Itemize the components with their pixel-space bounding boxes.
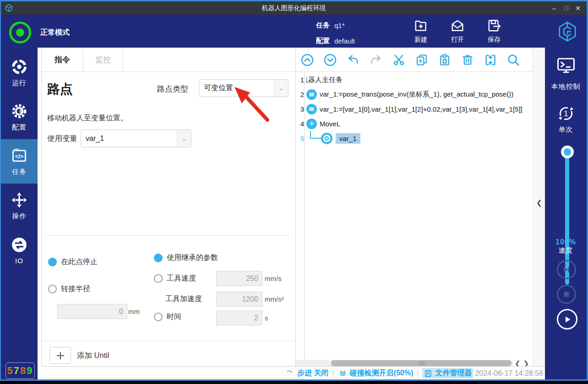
waypoint-description: 移动机器人至变量位置。 <box>47 114 128 123</box>
blend-radius-option[interactable]: 转接半径 <box>48 284 90 294</box>
waypoint-type-select[interactable]: 可变位置 ⌄ <box>199 79 289 97</box>
stop-here-label: 在此点停止 <box>61 257 98 267</box>
radio-on-icon <box>154 254 163 262</box>
disk-icon <box>424 369 433 378</box>
step-forward-button[interactable] <box>557 260 576 279</box>
step-mode-text: 步进 关闭 <box>297 368 328 378</box>
program-line[interactable]: 1 机器人主任务 <box>297 72 343 87</box>
mode-status-icon <box>9 22 31 43</box>
task-label: 任务 <box>316 21 330 30</box>
tool-speed-input[interactable]: 250 <box>216 271 262 286</box>
add-until-button[interactable] <box>49 347 71 364</box>
sidebar-item-task[interactable]: </> 任务 <box>1 139 38 184</box>
save-task-button[interactable]: 保存 <box>479 17 509 44</box>
step-mode-icon <box>286 369 295 378</box>
program-tree: 1 机器人主任务 2 var_1:=pose_trans(pose_inv(坐标… <box>296 72 533 360</box>
line-text: MoveL <box>320 120 340 128</box>
program-line[interactable]: 3 var_1:=[var_1[0],var_1[1],var_1[2]+0.0… <box>297 102 523 116</box>
delete-button[interactable] <box>457 49 478 70</box>
line-text: 机器人主任务 <box>306 76 343 84</box>
tab-instruction[interactable]: 指令 <box>42 48 83 71</box>
maximize-button[interactable] <box>560 1 572 15</box>
status-timestamp: 2024-06-17 14:28:56 <box>475 369 543 378</box>
local-control-button[interactable] <box>556 56 576 75</box>
line-number: 4 <box>297 120 304 128</box>
open-task-button[interactable]: 打开 <box>443 17 472 44</box>
config-label: 配置 <box>316 37 330 45</box>
mode-label: 正常模式 <box>40 28 70 38</box>
blend-radius-input[interactable]: 0 <box>57 304 127 319</box>
play-button[interactable] <box>557 309 577 330</box>
tool-speed-option[interactable]: 工具速度 <box>154 274 196 283</box>
radio-off-icon <box>154 274 163 283</box>
hscroll-thumb[interactable] <box>331 360 512 366</box>
program-line-selected[interactable]: 5 var_1 <box>297 131 360 146</box>
inherit-params-option[interactable]: 使用继承的参数 <box>154 253 218 263</box>
redo-button[interactable] <box>365 49 387 70</box>
tool-speed-label: 工具速度 <box>167 274 196 283</box>
search-button[interactable] <box>503 49 524 70</box>
file-manager-button[interactable]: 文件管理器 <box>422 368 473 379</box>
local-control-label: 本地控制 <box>545 82 587 91</box>
blend-radius-label: 转接半径 <box>61 284 90 294</box>
time-input[interactable]: 2 <box>216 310 262 325</box>
stop-here-option[interactable]: 在此点停止 <box>48 257 98 267</box>
step-mode-status[interactable]: 步进 关闭 <box>286 368 328 378</box>
sidebar-item-label: IO <box>15 257 23 265</box>
run-icon <box>11 58 28 76</box>
assignment-icon <box>306 104 317 114</box>
taskbar-strip <box>0 381 588 384</box>
line-text: var_1 <box>336 133 360 144</box>
sidebar-item-label: 操作 <box>12 212 27 221</box>
line-number: 2 <box>297 91 304 98</box>
undo-button[interactable] <box>343 49 364 70</box>
time-unit: s <box>265 314 268 322</box>
paste-button[interactable] <box>434 49 455 70</box>
collision-status[interactable]: 碰撞检测开启(50%) <box>338 368 414 378</box>
collapse-panel-button[interactable]: ❮ <box>536 199 542 207</box>
sidebar-item-label: 任务 <box>12 168 27 176</box>
move-arrows-icon <box>11 191 28 209</box>
move-down-button[interactable] <box>320 49 341 70</box>
program-line[interactable]: 4 MoveL <box>297 116 340 131</box>
tool-speed-value: 250 <box>246 275 258 283</box>
waypoint-type-value: 可变位置 <box>199 83 274 93</box>
cut-button[interactable] <box>388 49 409 70</box>
chevron-down-icon: ⌄ <box>177 130 191 147</box>
use-variable-value: var_1 <box>81 135 177 143</box>
config-value: default <box>334 37 355 45</box>
line-number: 5 <box>297 135 304 142</box>
tab-monitor[interactable]: 监控 <box>83 48 123 71</box>
blend-radius-value: 0 <box>119 308 123 316</box>
minimize-button[interactable]: – <box>548 1 560 15</box>
sidebar-item-io[interactable]: IO <box>1 228 38 272</box>
new-task-button[interactable]: 新建 <box>406 17 436 44</box>
tab-bottom-border <box>42 71 295 72</box>
open-button-label: 打开 <box>451 36 464 44</box>
single-run-button[interactable]: 1 <box>557 104 575 123</box>
sidebar-item-run[interactable]: 运行 <box>1 50 38 95</box>
tab-separator <box>83 49 83 71</box>
blend-radius-unit: mm <box>128 308 140 315</box>
fold-button[interactable] <box>480 49 501 70</box>
app-logo-small-icon <box>5 4 13 12</box>
svg-text:</>: </> <box>15 153 23 159</box>
tool-accel-input[interactable]: 1200 <box>216 292 262 307</box>
chevron-down-icon: ⌄ <box>274 80 288 97</box>
close-button[interactable]: ✕ <box>572 1 584 15</box>
task-value: q1* <box>334 22 345 29</box>
copy-button[interactable] <box>411 49 432 70</box>
line-text: var_1:=[var_1[0],var_1[1],var_1[2]+0.02,… <box>320 105 523 113</box>
move-up-button[interactable] <box>297 49 318 70</box>
sidebar-item-config[interactable]: 配置 <box>1 95 38 139</box>
toolbar-bottom-border <box>296 71 533 72</box>
program-line[interactable]: 2 var_1:=pose_trans(pose_inv(坐标系_1), get… <box>297 87 513 102</box>
sidebar-item-label: 配置 <box>12 123 27 132</box>
save-button-label: 保存 <box>488 36 501 44</box>
speed-slider-handle[interactable] <box>561 146 574 158</box>
use-variable-select[interactable]: var_1 ⌄ <box>81 130 191 147</box>
time-option[interactable]: 时间 <box>154 312 181 322</box>
stop-button[interactable] <box>557 285 576 304</box>
sidebar-item-operate[interactable]: 操作 <box>1 184 38 228</box>
tool-speed-unit: mm/s <box>265 275 282 282</box>
